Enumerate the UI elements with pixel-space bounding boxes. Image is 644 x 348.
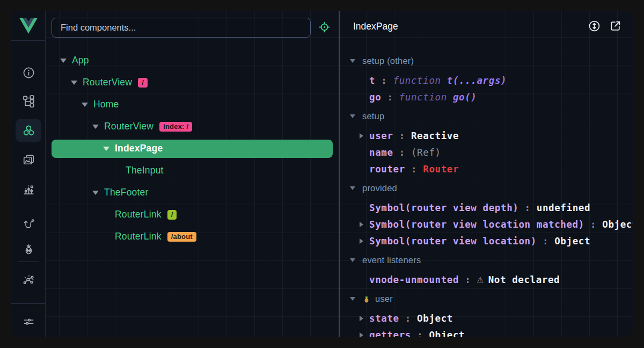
state-row-state[interactable]: state : Object xyxy=(340,310,633,327)
colon-separator: : xyxy=(393,130,411,141)
vue-logo-icon xyxy=(19,18,38,34)
function-signature: go() xyxy=(453,92,477,103)
state-row-router[interactable]: router : Router xyxy=(340,161,633,177)
tree-toggle-icon[interactable] xyxy=(92,191,104,195)
component-inspector: IndexPage setup (other)t : function t(..… xyxy=(340,11,633,337)
chevron-down-icon xyxy=(60,59,67,63)
chevron-down-icon xyxy=(82,103,88,107)
tree-row-routerlink-8[interactable]: RouterLink/about xyxy=(52,226,333,248)
colon-separator: : xyxy=(375,75,393,86)
state-row-getters[interactable]: getters : Object xyxy=(340,327,633,337)
sidebar-divider xyxy=(18,262,39,262)
tree-row-routerview-1[interactable]: RouterView/ xyxy=(52,71,333,93)
chevron-right-icon xyxy=(360,238,363,244)
expand-arrow-icon[interactable] xyxy=(360,133,369,139)
state-key: user xyxy=(369,130,393,141)
scroll-to-component-icon[interactable] xyxy=(588,19,601,33)
chevron-down-icon xyxy=(350,186,355,190)
component-name: TheInput xyxy=(126,165,164,176)
state-value: (Ref) xyxy=(411,147,441,158)
route-badge: / xyxy=(167,210,177,220)
expand-arrow-icon[interactable] xyxy=(360,238,369,244)
tree-row-theinput-5[interactable]: TheInput xyxy=(52,160,333,182)
route-badge: index: / xyxy=(159,122,192,132)
state-row-t[interactable]: t : function t(...args) xyxy=(340,72,633,89)
open-in-editor-icon[interactable] xyxy=(609,19,622,33)
state-value: Object xyxy=(417,313,453,324)
router-icon[interactable] xyxy=(16,213,41,236)
inspector-body: setup (other)t : function t(...args)go :… xyxy=(340,50,633,337)
function-keyword: function xyxy=(399,92,453,103)
section-header-event-listeners[interactable]: event listeners xyxy=(340,252,633,269)
state-row-user[interactable]: user : Reactive xyxy=(340,127,633,144)
route-badge: / xyxy=(138,78,148,88)
state-key: name xyxy=(369,147,393,158)
state-key: Symbol(router view depth) xyxy=(369,202,518,213)
tree-row-home-2[interactable]: Home xyxy=(52,93,333,115)
components-icon[interactable] xyxy=(16,119,41,142)
section-header-provided[interactable]: provided xyxy=(340,180,633,197)
state-row-symbol-router-view-location-[interactable]: Symbol(router view location) : Object xyxy=(340,233,633,249)
state-row-symbol-router-view-depth-[interactable]: Symbol(router view depth) : undefined xyxy=(340,199,633,216)
tree-toggle-icon[interactable] xyxy=(82,103,93,107)
timeline-icon[interactable] xyxy=(16,177,41,201)
chevron-down-icon xyxy=(350,258,355,262)
state-value: Not declared xyxy=(488,274,560,285)
tree-row-indexpage-4[interactable]: IndexPage xyxy=(52,140,333,158)
tree-row-routerview-3[interactable]: RouterViewindex: / xyxy=(52,115,333,137)
section-header-setup-other-[interactable]: setup (other) xyxy=(340,53,633,69)
pages-tree-icon[interactable] xyxy=(16,89,41,113)
graph-icon[interactable] xyxy=(16,267,41,291)
expand-arrow-icon[interactable] xyxy=(360,316,369,321)
colon-separator: : xyxy=(393,147,411,158)
tree-row-thefooter-6[interactable]: TheFooter xyxy=(52,182,333,204)
state-row-vnode-unmounted[interactable]: vnode-unmounted : ⚠Not declared xyxy=(340,271,633,288)
state-value: undefined xyxy=(537,202,590,213)
settings-icon[interactable] xyxy=(16,309,41,333)
assets-icon[interactable] xyxy=(16,148,41,172)
state-value: Reactive xyxy=(411,130,459,141)
component-name: IndexPage xyxy=(115,143,163,154)
inspector-title: IndexPage xyxy=(353,21,398,32)
state-key: Symbol(router view location) xyxy=(369,236,537,247)
section-header-user[interactable]: user xyxy=(340,291,633,307)
chevron-down-icon xyxy=(92,125,99,129)
component-name: RouterView xyxy=(104,121,153,132)
tree-row-app-0[interactable]: App xyxy=(52,49,333,71)
pinia-icon[interactable] xyxy=(16,237,41,260)
state-key: t xyxy=(369,75,375,86)
inspector-actions xyxy=(588,19,622,33)
function-keyword: function xyxy=(393,75,447,86)
tree-toggle-icon[interactable] xyxy=(103,147,115,151)
chevron-down-icon xyxy=(350,297,355,301)
tree-toggle-icon[interactable] xyxy=(92,125,104,129)
colon-separator: : xyxy=(584,219,602,230)
state-row-go[interactable]: go : function go() xyxy=(340,89,633,105)
section-label: user xyxy=(375,294,393,304)
expand-arrow-icon[interactable] xyxy=(360,332,369,337)
route-badge: /about xyxy=(167,232,196,242)
component-name: App xyxy=(72,55,89,66)
chevron-down-icon xyxy=(92,191,99,195)
expand-arrow-icon[interactable] xyxy=(360,222,369,227)
tree-row-routerlink-7[interactable]: RouterLink/ xyxy=(52,204,333,226)
component-name: RouterView xyxy=(83,77,132,88)
state-row-symbol-router-view-location-matched-[interactable]: Symbol(router view location matched) : O… xyxy=(340,216,633,233)
colon-separator: : xyxy=(459,274,477,285)
state-key: go xyxy=(369,92,381,103)
section-label: setup (other) xyxy=(362,56,414,66)
tree-toggle-icon[interactable] xyxy=(71,81,83,85)
tree-toggle-icon[interactable] xyxy=(60,59,72,63)
info-icon[interactable] xyxy=(16,61,41,84)
chevron-down-icon xyxy=(350,114,355,118)
state-value: Object xyxy=(554,236,590,247)
state-key: getters xyxy=(369,330,411,337)
state-key: vnode-unmounted xyxy=(369,274,459,285)
sidebar xyxy=(11,11,46,337)
state-value: Object xyxy=(429,330,465,337)
chevron-right-icon xyxy=(360,332,363,337)
section-header-setup[interactable]: setup xyxy=(340,108,633,125)
state-key: Symbol(router view location matched) xyxy=(369,219,584,230)
state-row-name[interactable]: name : (Ref) xyxy=(340,144,633,161)
colon-separator: : xyxy=(405,164,423,175)
